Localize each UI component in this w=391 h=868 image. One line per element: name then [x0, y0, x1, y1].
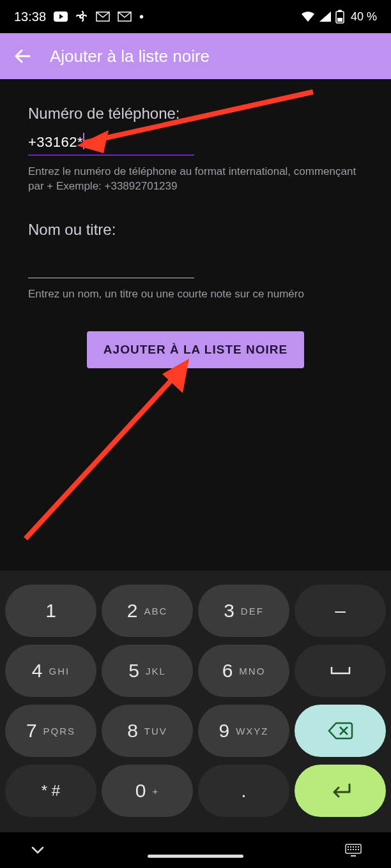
svg-rect-15: [355, 849, 356, 850]
status-left: 13:38 •: [14, 10, 144, 24]
key-3[interactable]: 3DEF: [198, 585, 289, 637]
status-dot: •: [139, 10, 144, 24]
system-nav-bar: [0, 832, 391, 868]
fan-icon: [75, 10, 88, 23]
status-time: 13:38: [14, 10, 46, 24]
kb-row: 4GHI 5JKL 6MNO: [5, 645, 386, 697]
battery-percent: 40 %: [351, 10, 377, 24]
nav-hide-keyboard-icon[interactable]: [29, 842, 46, 858]
phone-input[interactable]: [28, 134, 194, 151]
signal-icon: [319, 11, 332, 22]
wifi-icon: [301, 11, 315, 22]
cta-row: AJOUTER À LA LISTE NOIRE: [28, 331, 363, 368]
key-space[interactable]: [295, 645, 386, 697]
key-1[interactable]: 1: [5, 585, 96, 637]
svg-rect-3: [337, 18, 342, 22]
svg-line-5: [26, 365, 185, 539]
key-backspace[interactable]: [295, 705, 386, 757]
nav-keyboard-switch-icon[interactable]: [345, 844, 362, 857]
name-hint: Entrez un nom, un titre ou une courte no…: [28, 287, 360, 302]
youtube-icon: [54, 11, 68, 22]
phone-field-wrap[interactable]: [28, 134, 194, 156]
key-6[interactable]: 6MNO: [198, 645, 289, 697]
key-9[interactable]: 9WXYZ: [198, 705, 289, 757]
svg-rect-7: [348, 846, 349, 848]
key-8[interactable]: 8TUV: [102, 705, 193, 757]
svg-rect-14: [353, 849, 354, 850]
mail-icon: [118, 11, 132, 22]
key-0[interactable]: 0+: [102, 765, 193, 817]
backspace-icon: [327, 721, 354, 740]
key-enter[interactable]: [295, 765, 386, 817]
svg-rect-8: [350, 846, 351, 848]
kb-row: 1 2ABC 3DEF –: [5, 585, 386, 637]
svg-rect-2: [338, 10, 342, 12]
phone-hint: Entrez le numéro de téléphone au format …: [28, 165, 360, 194]
svg-rect-10: [355, 846, 356, 848]
battery-icon: [335, 10, 344, 24]
svg-rect-9: [353, 846, 354, 848]
svg-rect-17: [351, 855, 356, 857]
name-label: Nom ou titre:: [28, 221, 363, 239]
page-title: Ajouter à la liste noire: [50, 47, 210, 66]
key-7[interactable]: 7PQRS: [5, 705, 96, 757]
add-to-blacklist-button[interactable]: AJOUTER À LA LISTE NOIRE: [87, 331, 304, 368]
key-4[interactable]: 4GHI: [5, 645, 96, 697]
numeric-keyboard: 1 2ABC 3DEF – 4GHI 5JKL 6MNO 7PQRS 8TUV …: [0, 571, 391, 868]
form-content: Numéro de téléphone: Entrez le numéro de…: [0, 79, 391, 571]
key-2[interactable]: 2ABC: [102, 585, 193, 637]
key-dash[interactable]: –: [295, 585, 386, 637]
key-star-hash[interactable]: * #: [5, 765, 96, 817]
key-5[interactable]: 5JKL: [102, 645, 193, 697]
text-caret: [83, 133, 84, 149]
name-input[interactable]: [28, 257, 194, 273]
svg-rect-11: [358, 846, 359, 848]
status-right: 40 %: [301, 10, 377, 24]
svg-rect-12: [348, 849, 349, 850]
key-period[interactable]: .: [198, 765, 289, 817]
app-header: Ajouter à la liste noire: [0, 33, 391, 79]
nav-home-pill[interactable]: [148, 855, 243, 858]
kb-row: 7PQRS 8TUV 9WXYZ: [5, 705, 386, 757]
mail-icon: [96, 11, 110, 22]
enter-icon: [328, 782, 353, 800]
status-bar: 13:38 • 40 %: [0, 0, 391, 33]
svg-rect-13: [350, 849, 351, 850]
back-button[interactable]: [13, 47, 32, 66]
name-field-wrap[interactable]: [28, 257, 194, 278]
kb-row: * # 0+ .: [5, 765, 386, 817]
phone-label: Numéro de téléphone:: [28, 105, 363, 123]
svg-rect-16: [358, 849, 359, 850]
space-icon: [329, 664, 352, 677]
